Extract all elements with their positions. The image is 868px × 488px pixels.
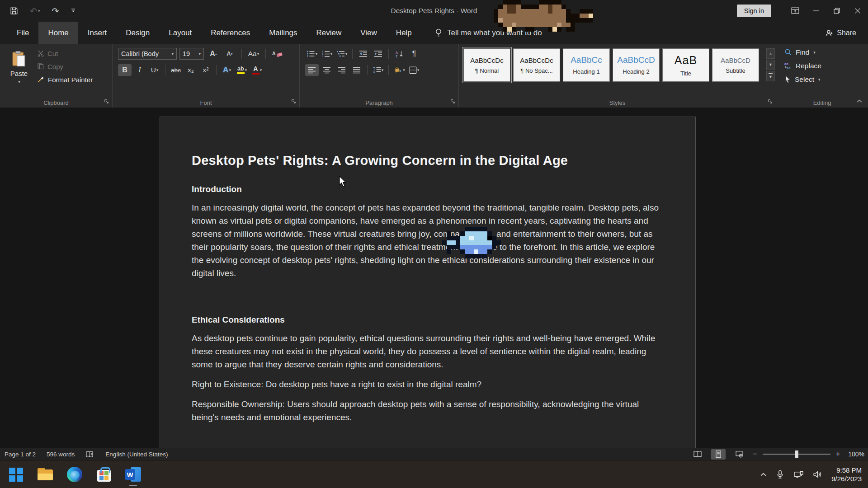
font-name-combo[interactable]: Calibri (Body ▾ [118, 48, 177, 60]
save-icon[interactable] [10, 7, 18, 15]
style-card-normal[interactable]: AaBbCcDc¶ Normal [463, 48, 510, 82]
font-dialog-launcher-icon[interactable] [291, 99, 297, 104]
doc-heading[interactable]: Ethical Considerations [192, 315, 664, 325]
tab-review[interactable]: Review [307, 22, 351, 44]
text-effects-button[interactable]: A▾ [220, 64, 234, 76]
copy-button[interactable]: Copy [37, 62, 93, 71]
shading-button[interactable]: ▾ [392, 64, 406, 76]
undo-icon[interactable]: ↶▾ [30, 6, 40, 16]
subscript-button[interactable]: x₂ [184, 64, 198, 76]
styles-scroll-down-icon[interactable]: ▼ [766, 60, 775, 70]
read-mode-icon[interactable] [690, 449, 705, 460]
numbering-button[interactable]: 123▾ [320, 48, 334, 60]
find-button[interactable]: Find ▾ [784, 47, 821, 57]
change-case-button[interactable]: Aa▾ [247, 48, 260, 60]
taskbar-clock[interactable]: 9:58 PM 9/26/2023 [831, 466, 862, 483]
styles-dialog-launcher-icon[interactable] [767, 99, 773, 104]
clear-formatting-button[interactable]: A [271, 48, 284, 60]
text-highlight-button[interactable]: ab ▾ [235, 64, 249, 76]
edge-browser-button[interactable] [66, 465, 83, 484]
zoom-out-icon[interactable]: − [753, 450, 757, 458]
align-right-button[interactable] [335, 64, 349, 76]
justify-button[interactable] [350, 64, 363, 76]
zoom-slider-thumb[interactable] [795, 450, 798, 458]
document-title-text[interactable]: Desktop Pets' Rights: A Growing Concern … [192, 153, 664, 168]
underline-button[interactable]: U▾ [148, 64, 161, 76]
language-indicator[interactable]: English (United States) [105, 451, 168, 458]
doc-paragraph[interactable]: Responsible Ownership: Users should appr… [192, 398, 664, 424]
style-card-no-spac[interactable]: AaBbCcDc¶ No Spac... [513, 48, 560, 82]
style-card-subtitle[interactable]: AaBbCcDSubtitle [712, 48, 759, 82]
shrink-font-button[interactable]: A▾ [223, 48, 236, 60]
doc-paragraph[interactable]: In an increasingly digital world, the co… [192, 201, 664, 280]
zoom-slider-track[interactable] [763, 454, 830, 455]
word-count[interactable]: 596 words [47, 451, 75, 458]
align-center-button[interactable] [320, 64, 334, 76]
show-formatting-marks-button[interactable]: ¶ [407, 48, 421, 60]
proofing-errors-icon[interactable] [85, 450, 94, 458]
restore-icon[interactable] [826, 0, 847, 22]
paragraph-dialog-launcher-icon[interactable] [450, 99, 456, 104]
customize-quick-access-icon[interactable] [71, 8, 76, 14]
styles-gallery-more-icon[interactable]: ▼ [766, 71, 775, 81]
tab-insert[interactable]: Insert [78, 22, 117, 44]
grow-font-button[interactable]: A▴ [207, 48, 220, 60]
microsoft-store-button[interactable] [95, 465, 113, 484]
borders-button[interactable]: ▾ [407, 64, 421, 76]
doc-paragraph[interactable]: As desktop pets continue to gain popular… [192, 332, 664, 371]
paste-button[interactable]: Paste ▾ [5, 48, 33, 95]
align-left-button[interactable] [305, 64, 319, 76]
decrease-indent-button[interactable] [356, 48, 370, 60]
sort-button[interactable]: AZ [392, 48, 406, 60]
network-icon[interactable] [793, 470, 804, 479]
zoom-in-icon[interactable]: + [836, 450, 840, 458]
print-layout-icon[interactable] [711, 449, 726, 460]
strikethrough-button[interactable]: abc [169, 64, 183, 76]
tab-help[interactable]: Help [387, 22, 421, 44]
tab-home[interactable]: Home [38, 22, 78, 44]
style-card-title[interactable]: AaBTitle [662, 48, 709, 82]
style-card-heading-2[interactable]: AaBbCcDHeading 2 [613, 48, 660, 82]
style-card-heading-1[interactable]: AaBbCcHeading 1 [563, 48, 610, 82]
minimize-icon[interactable] [806, 0, 826, 22]
web-layout-icon[interactable] [732, 449, 746, 460]
word-app-button[interactable]: W [125, 465, 142, 484]
tab-layout[interactable]: Layout [159, 22, 201, 44]
tab-design[interactable]: Design [116, 22, 159, 44]
collapse-ribbon-icon[interactable] [856, 99, 863, 103]
tab-mailings[interactable]: Mailings [259, 22, 307, 44]
ribbon-display-options-icon[interactable] [785, 0, 806, 22]
rat-pet-sprite[interactable] [494, 0, 593, 32]
file-explorer-button[interactable] [37, 465, 54, 484]
clipboard-dialog-launcher-icon[interactable] [104, 99, 109, 104]
volume-icon[interactable] [813, 470, 822, 479]
line-spacing-button[interactable]: ▾ [371, 64, 385, 76]
document-page[interactable]: Desktop Pets' Rights: A Growing Concern … [160, 117, 696, 448]
superscript-button[interactable]: x² [199, 64, 212, 76]
page-indicator[interactable]: Page 1 of 2 [5, 451, 36, 458]
multilevel-list-button[interactable]: ▾ [335, 48, 349, 60]
fish-pet-sprite[interactable] [442, 227, 501, 258]
format-painter-button[interactable]: Format Painter [37, 75, 93, 84]
font-size-combo[interactable]: 19 ▾ [179, 48, 204, 60]
bold-button[interactable]: B [118, 64, 132, 76]
start-button[interactable] [7, 465, 24, 484]
italic-button[interactable]: I [133, 64, 146, 76]
microphone-icon[interactable] [776, 470, 784, 479]
tab-file[interactable]: File [7, 22, 38, 44]
doc-heading[interactable]: Introduction [192, 184, 664, 194]
font-color-button[interactable]: A ▾ [250, 64, 264, 76]
styles-scroll-up-icon[interactable]: ▲ [766, 48, 775, 59]
sign-in-button[interactable]: Sign in [737, 5, 771, 17]
close-icon[interactable] [847, 0, 868, 22]
redo-icon[interactable]: ↷ [52, 6, 59, 16]
doc-paragraph[interactable]: Right to Existence: Do desktop pets have… [192, 378, 664, 391]
select-button[interactable]: Select ▾ [784, 75, 821, 84]
bullets-button[interactable]: ▾ [305, 48, 319, 60]
replace-button[interactable]: abac Replace [784, 61, 821, 70]
tray-chevron-up-icon[interactable] [760, 472, 767, 477]
cut-button[interactable]: Cut [37, 49, 93, 58]
increase-indent-button[interactable] [371, 48, 385, 60]
tab-references[interactable]: References [201, 22, 259, 44]
zoom-level[interactable]: 100% [846, 450, 864, 458]
